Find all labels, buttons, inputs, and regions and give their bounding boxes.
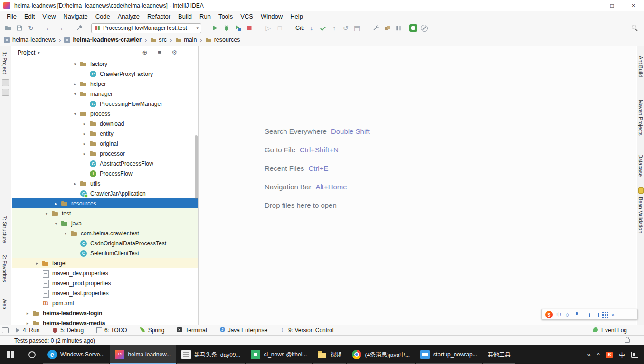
- wrench-icon[interactable]: [372, 24, 380, 32]
- tree-row[interactable]: ▸ target: [12, 258, 198, 268]
- sogou-tray-icon[interactable]: S: [606, 352, 613, 358]
- breadcrumb[interactable]: resources: [206, 37, 247, 43]
- tree-row[interactable]: ▾ process: [12, 109, 198, 119]
- menu-item[interactable]: Help: [286, 11, 307, 22]
- run-with-coverage-button[interactable]: [234, 24, 242, 32]
- tool-window-button[interactable]: 1: Project: [2, 52, 8, 74]
- tree-row[interactable]: ▸ download: [12, 119, 198, 129]
- taskbar-app-button[interactable]: cl_news @ithei...: [246, 345, 312, 364]
- tree-chevron-icon[interactable]: ▸: [23, 311, 32, 316]
- tool-window-button[interactable]: 9: Version Control: [280, 327, 333, 334]
- tool-stripe-icon[interactable]: [2, 79, 9, 86]
- tree-row[interactable]: ▸ original: [12, 139, 198, 149]
- tool-window-button[interactable]: 5: Debug: [52, 327, 84, 334]
- sogou-logo-icon[interactable]: S: [545, 311, 553, 318]
- tool-stripe-icon[interactable]: [2, 89, 9, 96]
- breadcrumb[interactable]: main ›: [175, 37, 205, 44]
- tool-window-button[interactable]: Maven Projects: [638, 100, 644, 136]
- maximize-button[interactable]: □: [601, 0, 623, 11]
- minimize-button[interactable]: —: [580, 0, 601, 11]
- tree-row[interactable]: ▸ heima-leadnews-media: [12, 318, 198, 325]
- breadcrumb[interactable]: src ›: [150, 37, 175, 44]
- tree-chevron-icon[interactable]: ▸: [80, 151, 89, 156]
- debug-button[interactable]: [222, 24, 231, 32]
- tool-window-button[interactable]: Database: [638, 154, 644, 177]
- tool-window-button[interactable]: Terminal: [177, 327, 207, 334]
- folders-compare-icon[interactable]: [383, 24, 392, 32]
- tree-chevron-icon[interactable]: ▾: [70, 92, 80, 96]
- tool-window-button[interactable]: Java Enterprise: [219, 327, 267, 334]
- tree-row[interactable]: pom.xml: [12, 298, 198, 308]
- save-all-icon[interactable]: [15, 24, 24, 32]
- menu-item[interactable]: Edit: [20, 11, 38, 22]
- tree-row[interactable]: ▾ com.heima.crawler.test: [12, 228, 198, 238]
- taskbar-app-button[interactable]: heima-leadnew...: [110, 345, 176, 364]
- tree-row[interactable]: ProcessingFlowManager: [12, 99, 198, 109]
- tree-row[interactable]: ▾ factory: [12, 59, 198, 69]
- action-center-icon[interactable]: [631, 352, 638, 358]
- tree-chevron-icon[interactable]: ▸: [51, 201, 61, 206]
- plugin-icon[interactable]: [409, 24, 417, 32]
- synchronize-icon[interactable]: ↻: [27, 24, 35, 32]
- breadcrumb[interactable]: heima-leadnews ›: [4, 37, 64, 44]
- tree-row[interactable]: ▸ heima-leadnews-login: [12, 308, 198, 318]
- open-icon[interactable]: [4, 24, 12, 32]
- emoji-icon[interactable]: ☺: [565, 311, 570, 318]
- close-button[interactable]: ×: [623, 0, 644, 11]
- locate-file-icon[interactable]: ⊕: [141, 49, 149, 56]
- lock-icon[interactable]: [625, 339, 630, 343]
- start-button[interactable]: [0, 345, 21, 364]
- tree-row[interactable]: maven_test.properties: [12, 288, 198, 298]
- layout-columns-icon[interactable]: [395, 24, 403, 32]
- event-log-button[interactable]: Event Log: [593, 327, 627, 334]
- menu-item[interactable]: Code: [92, 11, 114, 22]
- tree-row[interactable]: ▾ test: [12, 208, 198, 218]
- build-hammer-icon[interactable]: [75, 24, 84, 32]
- breadcrumb[interactable]: heima-leadnews-crawler ›: [64, 37, 150, 44]
- tool-window-button[interactable]: Bean Validation: [638, 197, 644, 233]
- menu-item[interactable]: Window: [257, 11, 286, 22]
- cortana-search-button[interactable]: [21, 345, 43, 364]
- grid-icon[interactable]: [602, 311, 608, 317]
- menu-item[interactable]: View: [38, 11, 59, 22]
- tree-chevron-icon[interactable]: ▾: [61, 231, 70, 236]
- menu-item[interactable]: Build: [174, 11, 196, 22]
- tool-window-button[interactable]: 4: Run: [14, 327, 39, 334]
- vertical-scrollbar[interactable]: [195, 135, 198, 199]
- tree-row[interactable]: ▾ java: [12, 218, 198, 228]
- taskbar-app-button[interactable]: startup_nowrap...: [416, 345, 482, 364]
- tree-row[interactable]: ▸ utils: [12, 178, 198, 188]
- more-tools-chevron-icon[interactable]: »: [587, 351, 591, 358]
- taskbar-app-button[interactable]: 视频: [313, 345, 346, 364]
- tool-window-button[interactable]: Web: [2, 299, 8, 309]
- toolbox-icon[interactable]: [592, 311, 598, 317]
- git-commit-icon[interactable]: [319, 24, 327, 32]
- tree-row[interactable]: CrawlerJarApplication: [12, 188, 198, 198]
- input-language-indicator[interactable]: 中: [619, 350, 625, 359]
- tool-window-button[interactable]: 2: Favorites: [2, 255, 8, 282]
- stop-button[interactable]: [245, 24, 254, 32]
- tree-row[interactable]: ▸ helper: [12, 79, 198, 89]
- menu-item[interactable]: Tools: [215, 11, 237, 22]
- run-button[interactable]: [211, 24, 219, 32]
- tool-window-button[interactable]: 6: TODO: [96, 327, 127, 334]
- menu-item[interactable]: Navigate: [59, 11, 91, 22]
- keyboard-icon[interactable]: [583, 311, 589, 317]
- gear-icon[interactable]: ⚙: [170, 49, 179, 56]
- tree-row[interactable]: ▸ resources: [12, 198, 198, 208]
- collapse-ime-icon[interactable]: »: [611, 311, 614, 318]
- tree-chevron-icon[interactable]: ▸: [80, 131, 89, 136]
- menu-item[interactable]: File: [3, 11, 20, 22]
- taskbar-app-button[interactable]: 黑马头条_day09...: [177, 345, 245, 364]
- tree-row[interactable]: ▸ entity: [12, 129, 198, 139]
- tree-row[interactable]: ProcessFlow: [12, 168, 198, 178]
- menu-item[interactable]: Run: [196, 11, 215, 22]
- tree-chevron-icon[interactable]: ▾: [51, 221, 61, 226]
- tree-row[interactable]: AbstractProcessFlow: [12, 159, 198, 168]
- collapse-all-icon[interactable]: ≡: [155, 49, 164, 56]
- tree-chevron-icon[interactable]: ▸: [80, 121, 89, 126]
- search-everywhere-icon[interactable]: [632, 24, 640, 32]
- tree-chevron-icon[interactable]: ▾: [70, 62, 80, 66]
- tree-row[interactable]: CsdnOriginalDataProcessTest: [12, 238, 198, 248]
- microphone-icon[interactable]: [573, 311, 579, 317]
